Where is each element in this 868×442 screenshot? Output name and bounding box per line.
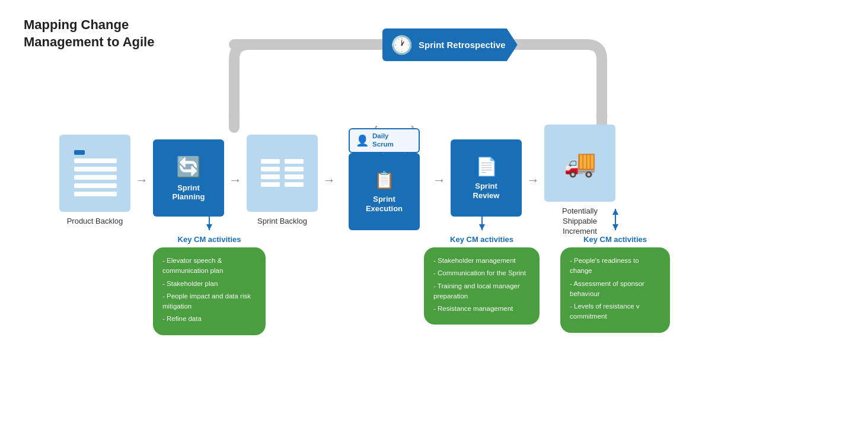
sprint-planning-label: SprintPlanning xyxy=(173,183,205,202)
product-backlog-label: Product Backlog xyxy=(67,217,123,227)
sprint-review-node: 📄 SprintReview xyxy=(451,139,522,217)
sprint-retrospective-box: 🕐 Sprint Retrospective xyxy=(382,28,518,61)
sprint-review-icon: 📄 xyxy=(476,156,497,177)
arrow-1: → xyxy=(130,173,153,188)
sprint-planning-icon: 🔄 xyxy=(176,155,201,179)
svg-marker-6 xyxy=(206,224,212,230)
product-backlog-node xyxy=(59,135,130,212)
arrow-3: → xyxy=(318,173,340,188)
arrow-5: → xyxy=(522,173,544,188)
cm-title-review: Key CM activities xyxy=(583,235,647,244)
daily-scrum-label: DailyScrum xyxy=(372,132,394,149)
cm-title-planning: Key CM activities xyxy=(178,235,241,244)
sprint-retrospective-label: Sprint Retrospective xyxy=(419,39,506,51)
cm-box-planning: Elevator speech & communication plan Sta… xyxy=(153,247,266,335)
v-arrow-review xyxy=(609,208,621,231)
svg-marker-11 xyxy=(612,209,618,215)
v-arrow-planning xyxy=(203,208,215,231)
cm-section-execution: Key CM activities Stakeholder management… xyxy=(424,208,540,325)
sprint-backlog-node xyxy=(247,135,318,212)
daily-scrum-area: 👤 DailyScrum xyxy=(340,126,428,154)
sprint-review-label: SprintReview xyxy=(473,182,500,200)
v-arrow-execution xyxy=(476,208,488,231)
exec-daily-cluster: 👤 DailyScrum 📋 SprintExecution xyxy=(340,126,428,235)
cm-section-review: Key CM activities People's readiness to … xyxy=(560,208,670,333)
svg-marker-12 xyxy=(612,224,618,230)
cm-box-review: People's readiness to change Assessment … xyxy=(560,247,670,333)
sprint-planning-node: 🔄 SprintPlanning xyxy=(153,139,224,217)
cm-title-execution: Key CM activities xyxy=(450,235,513,244)
svg-marker-9 xyxy=(479,224,485,230)
sprint-execution-label: SprintExecution xyxy=(366,195,403,213)
retro-clock-icon: 🕐 xyxy=(391,34,413,55)
arrow-2: → xyxy=(224,173,247,188)
arrow-4: → xyxy=(428,173,451,188)
sprint-execution-node: 📋 SprintExecution xyxy=(349,153,420,230)
cm-section-planning: Key CM activities Elevator speech & comm… xyxy=(153,208,266,335)
shippable-node: 🚚 xyxy=(544,125,615,202)
svg-marker-8 xyxy=(479,209,485,215)
product-backlog-wrap: Product Backlog xyxy=(59,135,130,227)
truck-icon: 🚚 xyxy=(564,148,596,179)
svg-marker-5 xyxy=(206,209,212,215)
sprint-execution-icon: 📋 xyxy=(374,170,395,190)
daily-scrum-box: 👤 DailyScrum xyxy=(349,128,420,153)
cm-box-execution: Stakeholder management Communication for… xyxy=(424,247,540,325)
daily-scrum-icon: 👤 xyxy=(356,134,369,147)
